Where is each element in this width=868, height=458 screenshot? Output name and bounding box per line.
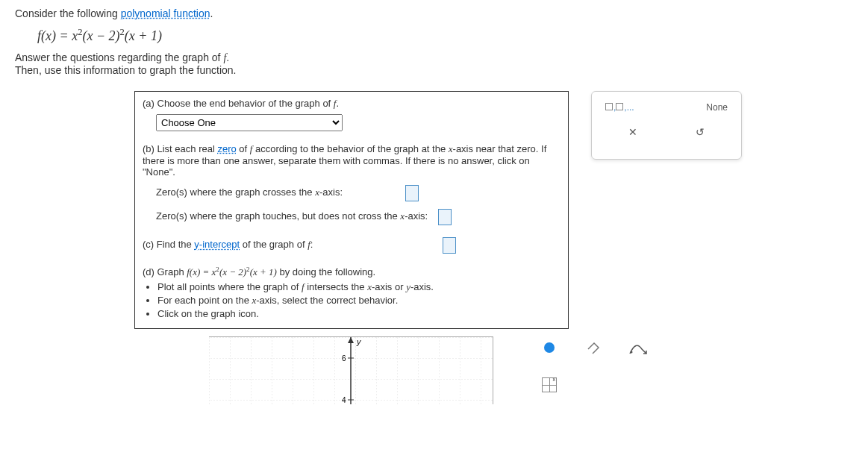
bullet-2: For each point on the x-axis, select the… [157,295,561,307]
end-behavior-select[interactable]: Choose One [156,114,343,131]
touches-input[interactable] [438,209,452,225]
part-b: (b) List each real zero of f according t… [135,137,568,231]
list-hint-icon[interactable]: ,,... [605,102,634,113]
instr-line1-b: . [226,51,229,63]
curve-tool-icon[interactable] [628,336,650,359]
answer-toolbar: ,,... None ✕ ↺ [591,91,742,160]
reset-icon[interactable]: ↺ [693,125,708,139]
y-intercept-input[interactable] [443,237,456,254]
graph-toolbar: x [538,336,650,396]
zero-link[interactable]: zero [217,143,236,154]
part-b-b: of [237,143,250,154]
intro-suffix: . [210,7,213,19]
intro-text: Consider the following polynomial functi… [15,7,853,19]
part-d-formula: f(x) = x2(x − 2)2(x + 1) [187,266,277,277]
touches-b: -axis: [405,210,428,222]
instr-line1-a: Answer the questions regarding the graph… [15,51,223,63]
part-d: (d) Graph f(x) = x2(x − 2)2(x + 1) by do… [135,260,568,328]
part-a-text: (a) Choose the end behavior of the graph… [143,98,334,109]
crosses-b: -axis: [319,186,343,198]
svg-point-5 [631,351,633,354]
graph-canvas[interactable]: y 6 4 [209,336,493,404]
bullet-3: Click on the graph icon. [157,308,561,319]
part-c-c: : [310,239,313,250]
tick-4: 4 [342,396,346,404]
function-formula: f(x) = x2(x − 2)2(x + 1) [37,27,853,44]
crosses-input[interactable] [405,185,419,201]
grid-tool-icon[interactable]: x [538,374,561,396]
none-button[interactable]: None [706,102,728,113]
intro-prefix: Consider the following [15,7,121,19]
part-d-b: by doing the following. [277,266,375,277]
point-tool-icon[interactable] [538,336,561,359]
instructions: Answer the questions regarding the graph… [15,51,853,76]
tick-6: 6 [342,354,346,363]
eraser-tool-icon[interactable] [583,336,605,359]
y-intercept-link[interactable]: y-intercept [194,239,240,250]
question-box: (a) Choose the end behavior of the graph… [134,91,569,329]
part-b-a: (b) List each real [143,143,217,154]
bullet-1: Plot all points where the graph of f int… [157,281,561,293]
part-b-c: according to the behavior of the graph a… [252,143,448,154]
touches-a: Zero(s) where the graph touches, but doe… [156,210,400,222]
crosses-a: Zero(s) where the graph crosses the [156,186,315,198]
part-c-b: of the graph of [240,239,307,250]
part-d-a: (d) Graph [143,266,187,277]
part-c: (c) Find the y-intercept of the graph of… [135,231,568,260]
part-a: (a) Choose the end behavior of the graph… [135,92,568,137]
instr-line2: Then, use this information to graph the … [15,64,853,76]
close-icon[interactable]: ✕ [625,125,640,139]
polynomial-function-link[interactable]: polynomial function [121,7,210,19]
part-a-dot: . [336,98,339,109]
part-c-a: (c) Find the [143,239,194,250]
